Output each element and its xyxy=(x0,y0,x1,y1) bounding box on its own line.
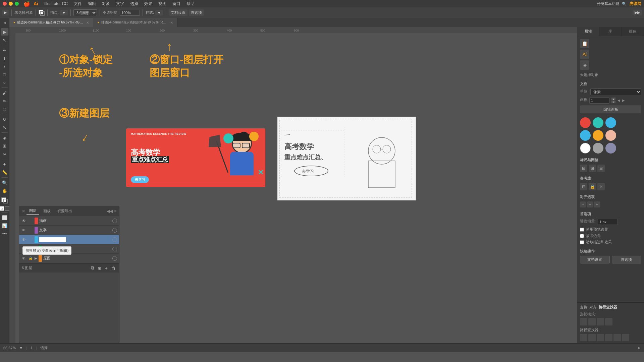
close-button[interactable] xyxy=(3,2,7,6)
align-left-icon[interactable]: ⊣ xyxy=(580,201,586,207)
menu-item-file[interactable]: 文件 xyxy=(71,1,85,7)
pixel-grid-icon[interactable]: ⊟ xyxy=(597,165,605,172)
layer-target-1[interactable] xyxy=(112,228,117,233)
minimize-button[interactable] xyxy=(9,2,13,6)
unit-select[interactable]: 像素 xyxy=(590,88,641,95)
ruler-icon[interactable]: ⊟ xyxy=(580,165,587,172)
new-layer-btn[interactable]: + xyxy=(104,265,108,272)
align-right-icon[interactable]: ⊢ xyxy=(594,201,600,207)
delete-layer-btn[interactable]: 🗑 xyxy=(110,265,116,272)
visibility-toggle-0[interactable]: 👁 xyxy=(21,218,26,224)
menu-item-edit[interactable]: 编辑 xyxy=(85,1,99,7)
blend-tool[interactable]: ∞ xyxy=(1,150,8,158)
menu-item-object[interactable]: 对象 xyxy=(99,1,113,7)
drawing-mode-btn[interactable] xyxy=(5,206,10,211)
visibility-toggle-4[interactable]: 👁 xyxy=(21,256,26,261)
layer-row-1[interactable]: 👁 文字 xyxy=(19,226,119,235)
doc-settings-btn[interactable]: 文档设置 xyxy=(169,9,187,16)
bar-chart-tool[interactable]: 📊 xyxy=(1,222,8,229)
merge-btn[interactable] xyxy=(597,334,604,341)
tab-file-2[interactable]: ● 捕边风-banner演示稿的副本.ai @ 67% (RGB/GPU 推送)… xyxy=(93,18,177,27)
lock-toggle-1[interactable] xyxy=(28,228,33,233)
type-tool[interactable]: T xyxy=(1,55,8,62)
hand-tool[interactable]: ✋ xyxy=(1,187,8,194)
menu-item-view[interactable]: 视图 xyxy=(156,1,169,7)
unite-btn[interactable] xyxy=(580,318,587,325)
libraries-tab[interactable]: 库 xyxy=(599,27,622,36)
fill-color-swatch[interactable] xyxy=(39,10,45,16)
lock-toggle-2[interactable] xyxy=(28,237,33,242)
layer-target-0[interactable] xyxy=(112,219,117,223)
swatch-7[interactable] xyxy=(593,143,603,154)
edit-artboard-btn[interactable]: 编辑画板 xyxy=(580,106,641,113)
divide-btn[interactable] xyxy=(580,334,587,341)
align-center-h-icon[interactable]: ⊢ xyxy=(587,201,593,207)
layer-expand-4[interactable]: ▶ xyxy=(35,256,37,260)
round-corners-checkbox[interactable] xyxy=(580,234,584,238)
minus-front-btn[interactable] xyxy=(588,318,596,325)
layer-row-0[interactable]: 👁 描画 xyxy=(19,216,119,226)
tool-selector[interactable]: ▶ xyxy=(2,10,9,15)
properties-icon[interactable]: 📋 xyxy=(580,39,589,48)
scale-tool[interactable]: ⤡ xyxy=(1,124,8,131)
tab-scroll-left[interactable]: ◀ xyxy=(3,21,6,24)
swatch-2[interactable] xyxy=(605,117,616,128)
ellipse-tool[interactable]: ○ xyxy=(1,79,8,86)
swatch-1[interactable] xyxy=(593,117,603,128)
visibility-toggle-2[interactable]: 👁 xyxy=(21,237,26,242)
fullscreen-button[interactable] xyxy=(15,2,19,6)
status-bar-expand[interactable]: ▶ xyxy=(638,346,641,350)
layers-tab-export[interactable]: 资源导出 xyxy=(55,208,75,214)
trim-btn[interactable] xyxy=(588,334,596,341)
layer-row-4[interactable]: 👁 🔒 ▶ 原图 xyxy=(19,254,119,263)
layer-row-2[interactable]: 👁 xyxy=(19,235,119,244)
artboard-nav-next[interactable]: ▶ xyxy=(622,99,625,102)
new-sublayer-btn[interactable]: ⊕ xyxy=(97,265,102,272)
clear-guides-icon[interactable]: ✕ xyxy=(597,183,605,190)
tab-close-1[interactable]: ✕ xyxy=(86,21,89,24)
color-tab[interactable]: 颜色 xyxy=(622,27,644,36)
more-tools[interactable]: ••• xyxy=(1,230,8,237)
artboard-down[interactable]: ▼ xyxy=(611,101,615,103)
rect-tool[interactable]: □ xyxy=(1,71,8,78)
swatch-3[interactable] xyxy=(580,130,591,141)
lock-toggle-4[interactable]: 🔒 xyxy=(28,256,33,261)
zoom-dropdown[interactable]: ▼ xyxy=(19,346,23,350)
panel-menu-btn[interactable]: ≡ xyxy=(114,209,116,214)
layers-tab-artboards[interactable]: 画板 xyxy=(41,208,53,214)
panel-close-btn[interactable]: ✕ xyxy=(22,209,25,214)
search-icon[interactable]: 🔍 xyxy=(622,2,627,6)
style-selector[interactable]: ▼ xyxy=(155,10,163,15)
points-selector[interactable]: 3点圆形 xyxy=(73,9,97,16)
menu-item-window[interactable]: 窗口 xyxy=(170,1,183,7)
artboard-tool[interactable]: ⬜ xyxy=(1,214,8,221)
lock-toggle-0[interactable] xyxy=(28,218,33,224)
intersect-btn[interactable] xyxy=(597,318,604,325)
select-tool[interactable]: ▶ xyxy=(1,28,8,36)
scale-stroke-checkbox[interactable] xyxy=(580,240,584,244)
color-picker-fill[interactable] xyxy=(1,197,8,204)
canvas-area[interactable]: 300 1200 1100 100 200 300 400 500 600 ①对… xyxy=(9,27,577,343)
exclude-btn[interactable] xyxy=(605,318,612,325)
artboard-input[interactable] xyxy=(589,98,609,104)
layers-tab-layers[interactable]: 图层 xyxy=(26,207,39,215)
measure-tool[interactable]: 📏 xyxy=(1,169,8,176)
menu-item-effect[interactable]: 效果 xyxy=(142,1,155,7)
rotate-tool[interactable]: ↻ xyxy=(1,116,8,123)
swatch-4[interactable] xyxy=(593,130,603,141)
pen-tool[interactable]: ✒ xyxy=(1,47,8,54)
banner-cta-btn[interactable]: 去学习 xyxy=(131,176,149,183)
normal-mode-btn[interactable]: □ xyxy=(0,206,4,211)
show-guides-icon[interactable]: ⊟ xyxy=(580,183,587,190)
make-clipping-mask-btn[interactable]: ⧉ xyxy=(90,264,95,272)
appearance-icon[interactable]: Ai xyxy=(580,50,589,59)
align-bottom-tab[interactable]: 对齐 xyxy=(589,305,597,310)
gradient-tool[interactable]: ◈ xyxy=(1,134,8,141)
panel-collapse-btn[interactable]: ◀◀ xyxy=(107,209,113,214)
menu-item-app[interactable]: Illustrator CC xyxy=(42,1,70,6)
tab-file-1[interactable]: ● 捕边风-banner演示精品.ai @ 66.67% (RGB/GPU 预览… xyxy=(9,18,93,27)
direct-select-tool[interactable]: ↖ xyxy=(1,36,8,44)
tab-close-2[interactable]: ✕ xyxy=(170,21,173,24)
artboard-nav-prev[interactable]: ◀ xyxy=(618,99,620,102)
zoom-tool[interactable]: 🔍 xyxy=(1,179,8,186)
